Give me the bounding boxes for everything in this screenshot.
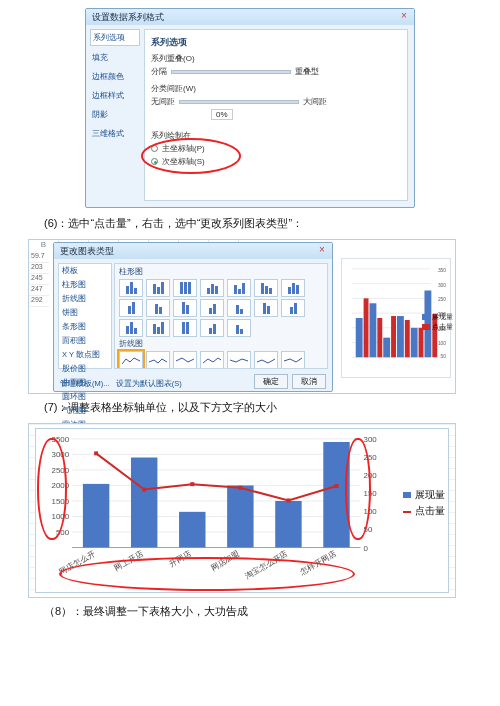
cell-val-4: 292 — [29, 296, 49, 307]
svg-rect-9 — [383, 338, 390, 358]
line-chart-thumb-selected[interactable] — [119, 351, 143, 369]
preview-legend: 展现量 点击量 — [422, 312, 453, 332]
type-xy[interactable]: X Y 散点图 — [59, 348, 111, 362]
dialog-content: 系列选项 系列重叠(O) 分隔 重叠型 分类间距(W) 无间距 大间距 0% 系… — [144, 29, 408, 201]
col-chart-thumb[interactable] — [146, 299, 170, 317]
legend-line: 点击量 — [415, 504, 445, 518]
col-chart-thumb[interactable] — [200, 319, 224, 337]
col-chart-thumb[interactable] — [200, 299, 224, 317]
col-chart-thumb[interactable] — [227, 319, 251, 337]
col-chart-thumb[interactable] — [119, 299, 143, 317]
line-chart-thumb[interactable] — [200, 351, 224, 369]
dialog-title-text: 设置数据系列格式 — [92, 12, 164, 22]
type-template[interactable]: 模板 — [59, 264, 111, 278]
red-oval-right-axis — [345, 438, 371, 540]
tab-3d[interactable]: 三维格式 — [90, 126, 140, 141]
tab-border-color[interactable]: 边框颜色 — [90, 69, 140, 84]
svg-text:0: 0 — [364, 544, 369, 553]
dialog2-title: 更改图表类型 × — [54, 243, 332, 259]
gap-label: 分类间距(W) — [151, 83, 196, 94]
col-chart-thumb[interactable] — [227, 299, 251, 317]
col-chart-thumb[interactable] — [281, 299, 305, 317]
tab-border-style[interactable]: 边框样式 — [90, 88, 140, 103]
close-icon[interactable]: × — [398, 10, 410, 22]
col-chart-thumb[interactable] — [173, 279, 197, 297]
svg-rect-51 — [275, 501, 301, 548]
svg-rect-55 — [190, 482, 194, 486]
svg-rect-49 — [179, 512, 205, 548]
svg-rect-16 — [405, 320, 410, 357]
col-chart-thumb[interactable] — [254, 279, 278, 297]
svg-rect-47 — [83, 484, 109, 548]
type-bubble[interactable]: 气泡图 — [59, 404, 111, 418]
col-chart-thumb[interactable] — [173, 299, 197, 317]
line-chart-thumb[interactable] — [146, 351, 170, 369]
overlap-right: 重叠型 — [295, 66, 319, 77]
svg-rect-53 — [94, 451, 98, 455]
svg-rect-13 — [364, 298, 369, 357]
svg-rect-57 — [286, 498, 290, 502]
excel-row-headers: 59.7 203 245 247 292 — [29, 252, 49, 307]
cell-val-1: 203 — [29, 263, 49, 274]
format-data-series-dialog: 设置数据系列格式 × 系列选项 填充 边框颜色 边框样式 阴影 三维格式 系列选… — [85, 8, 415, 208]
change-chart-type-dialog: 更改图表类型 × 模板 柱形图 折线图 饼图 条形图 面积图 X Y 散点图 股… — [53, 242, 333, 392]
change-chart-type-stage: B C D E F G H 59.7 203 245 247 292 — [28, 239, 456, 394]
tab-shadow[interactable]: 阴影 — [90, 107, 140, 122]
col-chart-thumb[interactable] — [200, 279, 224, 297]
close-icon[interactable]: × — [316, 244, 328, 256]
red-oval-categories — [59, 557, 355, 591]
line-chart-thumb[interactable] — [254, 351, 278, 369]
line-chart-thumb[interactable] — [281, 351, 305, 369]
line-chart-thumb[interactable] — [173, 351, 197, 369]
type-stock[interactable]: 股价图 — [59, 362, 111, 376]
type-area[interactable]: 面积图 — [59, 334, 111, 348]
svg-rect-50 — [227, 485, 253, 547]
manage-templates-link[interactable]: 管理模板(M)... — [60, 379, 110, 388]
gallery-section-line: 折线图 — [119, 339, 325, 349]
svg-rect-10 — [397, 316, 404, 357]
svg-rect-48 — [131, 458, 157, 548]
tab-fill[interactable]: 填充 — [90, 50, 140, 65]
legend-bars: 展现量 — [415, 488, 445, 502]
svg-rect-14 — [377, 318, 382, 357]
chart-type-list[interactable]: 模板 柱形图 折线图 饼图 条形图 面积图 X Y 散点图 股价图 曲面图 圆环… — [58, 263, 112, 369]
svg-rect-8 — [369, 303, 376, 357]
red-oval-left-axis — [37, 438, 67, 540]
col-chart-thumb[interactable] — [254, 299, 278, 317]
overlap-slider[interactable] — [171, 70, 291, 74]
col-chart-thumb[interactable] — [119, 319, 143, 337]
set-default-link[interactable]: 设置为默认图表(S) — [116, 379, 182, 388]
ok-button[interactable]: 确定 — [254, 374, 288, 389]
legend-b: 点击量 — [432, 322, 453, 332]
type-pie[interactable]: 饼图 — [59, 306, 111, 320]
svg-rect-11 — [411, 328, 418, 357]
dialog-title: 设置数据系列格式 × — [86, 9, 414, 25]
dialog2-title-text: 更改图表类型 — [60, 246, 114, 256]
cell-val-3: 247 — [29, 285, 49, 296]
col-chart-thumb[interactable] — [281, 279, 305, 297]
svg-text:250: 250 — [438, 297, 446, 302]
col-chart-thumb[interactable] — [146, 279, 170, 297]
cell-val-2: 245 — [29, 274, 49, 285]
caption-step-8: （8）：最终调整一下表格大小，大功告成 — [44, 604, 472, 619]
tab-series-options[interactable]: 系列选项 — [90, 29, 140, 46]
col-chart-thumb[interactable] — [227, 279, 251, 297]
svg-text:50: 50 — [441, 354, 447, 359]
cancel-button[interactable]: 取消 — [292, 374, 326, 389]
dialog2-buttons: 确定 取消 — [254, 374, 326, 389]
svg-rect-7 — [356, 318, 363, 357]
gap-slider[interactable] — [179, 100, 299, 104]
red-circle-annotation — [141, 138, 241, 174]
line-chart-thumb[interactable] — [227, 351, 251, 369]
type-bar[interactable]: 条形图 — [59, 320, 111, 334]
col-chart-thumb[interactable] — [119, 279, 143, 297]
type-line[interactable]: 折线图 — [59, 292, 111, 306]
type-doughnut[interactable]: 圆环图 — [59, 390, 111, 404]
type-column[interactable]: 柱形图 — [59, 278, 111, 292]
overlap-label: 系列重叠(O) — [151, 53, 195, 64]
gap-right: 大间距 — [303, 96, 327, 107]
col-chart-thumb[interactable] — [173, 319, 197, 337]
chart-thumbnail-gallery: 柱形图 — [114, 263, 328, 369]
col-chart-thumb[interactable] — [146, 319, 170, 337]
svg-rect-15 — [391, 316, 396, 357]
